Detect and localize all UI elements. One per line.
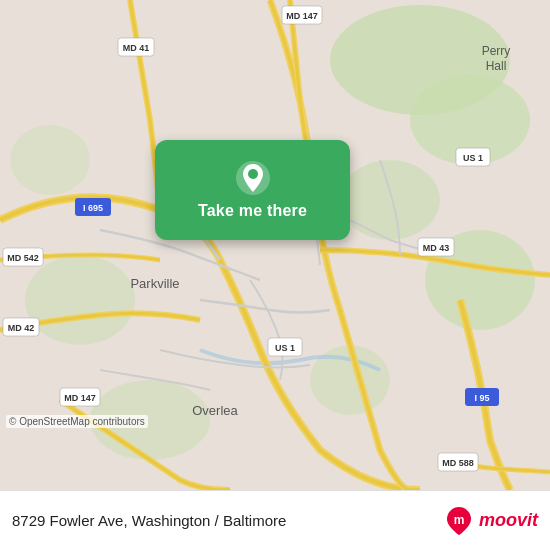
osm-credit: © OpenStreetMap contributors xyxy=(6,415,148,428)
take-me-there-card[interactable]: Take me there xyxy=(155,140,350,240)
svg-point-8 xyxy=(10,125,90,195)
svg-point-3 xyxy=(340,160,440,240)
svg-text:Parkville: Parkville xyxy=(130,276,179,291)
svg-text:Overlea: Overlea xyxy=(192,403,238,418)
svg-text:m: m xyxy=(454,513,465,527)
location-pin-icon xyxy=(235,160,271,196)
svg-text:Hall: Hall xyxy=(486,59,507,73)
svg-text:MD 588: MD 588 xyxy=(442,458,474,468)
svg-text:Perry: Perry xyxy=(482,44,511,58)
bottom-bar: 8729 Fowler Ave, Washington / Baltimore … xyxy=(0,490,550,550)
svg-text:MD 147: MD 147 xyxy=(286,11,318,21)
svg-text:MD 43: MD 43 xyxy=(423,243,450,253)
address-text: 8729 Fowler Ave, Washington / Baltimore xyxy=(12,512,286,529)
map-container: MD 147 MD 41 I 695 MD 542 MD 42 US 1 MD … xyxy=(0,0,550,490)
take-me-there-label: Take me there xyxy=(198,202,307,220)
moovit-name: moovit xyxy=(479,510,538,531)
svg-text:US 1: US 1 xyxy=(275,343,295,353)
svg-text:MD 147: MD 147 xyxy=(64,393,96,403)
svg-point-6 xyxy=(25,255,135,345)
moovit-logo: m moovit xyxy=(443,505,538,537)
moovit-icon: m xyxy=(443,505,475,537)
svg-text:MD 542: MD 542 xyxy=(7,253,39,263)
svg-text:MD 42: MD 42 xyxy=(8,323,35,333)
svg-text:I 695: I 695 xyxy=(83,203,103,213)
svg-point-36 xyxy=(248,169,258,179)
svg-text:MD 41: MD 41 xyxy=(123,43,150,53)
svg-text:I 95: I 95 xyxy=(474,393,489,403)
svg-text:US 1: US 1 xyxy=(463,153,483,163)
